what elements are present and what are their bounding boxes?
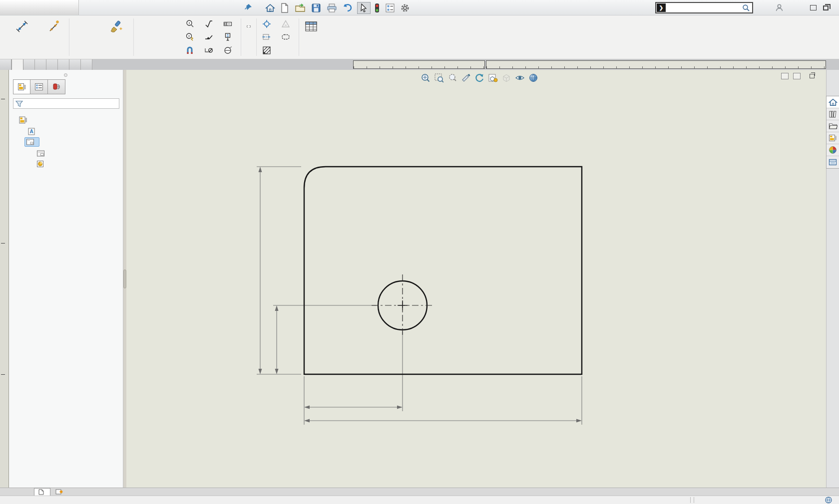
appearances-button[interactable] [827, 144, 839, 156]
title-bar: ❯ [0, 0, 839, 15]
tables-button[interactable] [301, 16, 321, 58]
login-user-icon[interactable] [775, 3, 784, 12]
drawing-document-icon [19, 116, 27, 124]
balloon-column [182, 16, 201, 58]
annotations-folder-icon: A [27, 128, 36, 135]
smart-dimension-button[interactable] [4, 16, 40, 58]
auto-balloon-button[interactable] [185, 31, 197, 43]
rebuild-button[interactable] [373, 2, 382, 14]
datum-feature-icon [223, 32, 232, 41]
panel-grip[interactable] [64, 73, 67, 77]
sheet1-tab[interactable] [34, 488, 50, 496]
geometric-tolerance-button[interactable] [223, 18, 235, 30]
tab-annotation[interactable] [11, 59, 23, 70]
stretch-window-button[interactable] [810, 5, 817, 10]
task-pane-strip [826, 70, 839, 488]
options-button[interactable] [399, 2, 412, 14]
centerline-column [259, 16, 278, 58]
design-library-button[interactable] [827, 108, 839, 120]
weld-symbol-button[interactable] [204, 31, 216, 43]
search-icon[interactable] [742, 4, 750, 12]
tab-caddy4sw[interactable] [69, 59, 81, 70]
restore-button[interactable] [823, 5, 829, 10]
blocks-button[interactable] [243, 16, 254, 58]
tab-solidworks-inspection[interactable] [81, 59, 92, 70]
centerline-button[interactable] [262, 31, 274, 43]
panel-tabs [13, 79, 65, 94]
command-manager-ribbon [0, 15, 839, 59]
tree-item-part1[interactable] [9, 115, 123, 125]
propertymanager-icon [34, 83, 43, 91]
magnetic-line-icon [185, 46, 194, 55]
datum-feature-button[interactable] [223, 31, 235, 43]
tab-dimxpert[interactable] [48, 79, 65, 94]
tree-item-drawing-view2[interactable] [9, 159, 123, 169]
select-tool-button[interactable] [357, 2, 371, 14]
tab-propertymanager[interactable] [30, 79, 48, 94]
task-pane-home-button[interactable] [827, 96, 839, 108]
graphics-area[interactable] [126, 70, 826, 488]
tab-evaluate[interactable] [35, 59, 46, 70]
titlebar-controls [775, 0, 835, 15]
tags-globe-icon[interactable] [825, 497, 832, 504]
menu-bar [90, 0, 181, 15]
featuremanager-tree-icon [17, 83, 26, 91]
tab-view-layout[interactable] [0, 59, 11, 70]
tree-item-sheet-format1[interactable] [9, 148, 123, 159]
area-hatch-fill-button[interactable] [262, 44, 274, 56]
save-button[interactable] [310, 2, 323, 14]
center-mark-button[interactable] [262, 18, 274, 30]
ribbon-separator [69, 18, 69, 56]
tolerance-column [220, 16, 239, 58]
linear-note-pattern-button[interactable] [143, 16, 182, 58]
blocks-icon [247, 18, 251, 34]
datum-target-icon [223, 46, 232, 55]
datum-target-button[interactable] [223, 44, 235, 56]
search-scope-icon: ❯ [657, 3, 666, 12]
view-palette-button[interactable] [827, 132, 839, 144]
undo-button[interactable] [341, 2, 355, 14]
solidworks-logo [0, 0, 79, 15]
svg-text:A: A [29, 129, 33, 134]
tree-filter-box[interactable] [13, 98, 119, 109]
file-properties-button[interactable] [384, 2, 397, 14]
print-button[interactable] [325, 2, 339, 14]
horizontal-ruler-segment [353, 60, 485, 69]
note-button[interactable] [136, 16, 143, 58]
revision-cloud-button[interactable] [281, 31, 293, 43]
tab-featuremanager-tree[interactable] [13, 79, 30, 94]
open-button[interactable] [293, 2, 308, 14]
solidworks-window: ❯ [0, 0, 839, 504]
new-document-button[interactable] [279, 2, 291, 14]
file-explorer-button[interactable] [827, 120, 839, 132]
tree-item-annotations[interactable]: A [9, 126, 123, 137]
model-items-button[interactable] [40, 16, 67, 58]
custom-properties-button[interactable] [827, 156, 839, 168]
magnetic-line-button[interactable] [185, 44, 197, 56]
home-button[interactable] [264, 2, 277, 14]
add-sheet-button[interactable] [55, 489, 63, 495]
sheet-icon [26, 138, 34, 146]
smart-dimension-icon [15, 18, 29, 34]
centerline-icon [262, 32, 271, 41]
search-commands-box: ❯ [655, 2, 753, 13]
command-tab-bar [0, 59, 839, 70]
format-painter-button[interactable] [101, 16, 131, 58]
search-input[interactable] [666, 5, 742, 11]
geometric-tolerance-icon [223, 19, 232, 28]
ribbon-separator [299, 18, 299, 56]
selected-row-highlight [24, 137, 39, 147]
tab-sheet-format[interactable] [58, 59, 69, 70]
spell-checker-button[interactable] [71, 16, 101, 58]
surface-finish-button[interactable] [204, 18, 216, 30]
tab-solidworks-add-ins[interactable] [46, 59, 58, 70]
balloon-button[interactable] [185, 18, 197, 30]
revision-cloud-icon [281, 32, 290, 41]
tab-sketch[interactable] [23, 59, 35, 70]
tree-item-sheet1[interactable] [9, 137, 123, 147]
dimxpert-icon [52, 83, 61, 91]
sheet-page-icon [38, 489, 44, 495]
hole-callout-button[interactable] [204, 44, 216, 56]
pin-menu-icon[interactable] [244, 3, 253, 12]
revision-symbol-button [281, 18, 293, 30]
